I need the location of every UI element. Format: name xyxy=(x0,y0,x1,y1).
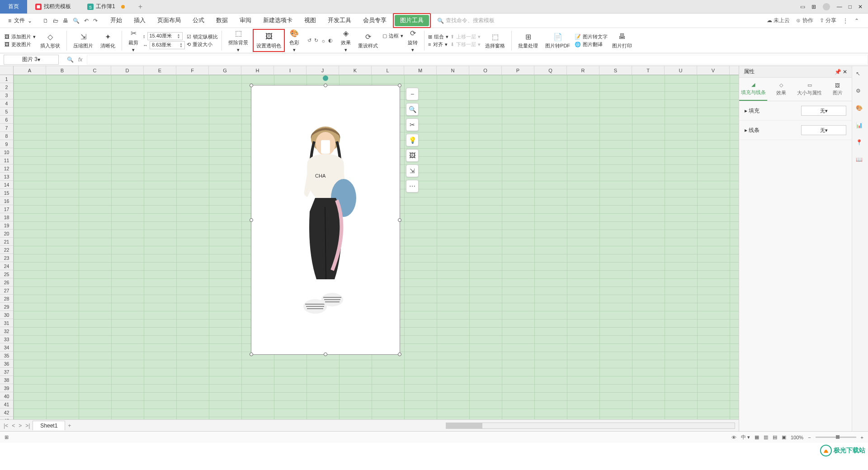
name-box[interactable]: 图片 3 ▾ xyxy=(4,55,59,65)
col-header[interactable]: T xyxy=(632,66,665,75)
row-header[interactable]: 27 xyxy=(0,287,13,295)
export-button[interactable]: ⇲ xyxy=(406,164,419,177)
maximize-button[interactable]: □ xyxy=(849,4,852,10)
formula-input[interactable] xyxy=(87,55,868,65)
col-header[interactable]: O xyxy=(469,66,502,75)
row-header[interactable]: 3 xyxy=(0,91,13,99)
more-icon[interactable]: ⋮ xyxy=(843,18,848,24)
row-header[interactable]: 2 xyxy=(0,83,13,91)
menu-insert[interactable]: 插入 xyxy=(128,15,151,26)
col-header[interactable]: D xyxy=(111,66,144,75)
chevron-icon[interactable]: ⌃ xyxy=(854,18,859,24)
col-header[interactable]: E xyxy=(144,66,176,75)
sheet-prev[interactable]: < xyxy=(12,423,15,429)
col-header[interactable]: M xyxy=(404,66,437,75)
grid-icon[interactable]: ⊞ xyxy=(811,4,816,10)
row-header[interactable]: 21 xyxy=(0,238,13,246)
col-header[interactable]: S xyxy=(599,66,632,75)
col-header[interactable]: F xyxy=(176,66,209,75)
resize-handle[interactable] xyxy=(324,352,327,356)
resize-handle[interactable] xyxy=(398,84,401,87)
collab-button[interactable]: ⊙ 协作 xyxy=(796,17,813,24)
tab-home[interactable]: 首页 xyxy=(0,0,27,14)
replace-button[interactable]: 🖼 xyxy=(406,149,419,162)
row-header[interactable]: 5 xyxy=(0,108,13,116)
menu-data[interactable]: 数据 xyxy=(211,15,233,26)
zoom-out-button[interactable]: − xyxy=(406,88,419,100)
tab-add[interactable]: + xyxy=(133,3,148,11)
crop-tool-button[interactable]: ✂ xyxy=(406,118,419,131)
batch-button[interactable]: ⊞批量处理 xyxy=(515,31,541,50)
row-header[interactable]: 32 xyxy=(0,327,13,335)
set-transparent-button[interactable]: 🖼设置透明色 xyxy=(253,29,285,52)
up-layer-button[interactable]: ⬆ 上移一层 ▾ xyxy=(450,33,481,40)
view-reader-icon[interactable]: ▣ xyxy=(782,434,786,440)
row-header[interactable]: 34 xyxy=(0,343,13,352)
reset-size-button[interactable]: ⟲ 重设大小 xyxy=(187,41,218,48)
row-header[interactable]: 31 xyxy=(0,319,13,327)
qat-undo-icon[interactable]: ↶ xyxy=(84,18,89,24)
row-header[interactable]: 13 xyxy=(0,173,13,181)
qat-new-icon[interactable]: 🗋 xyxy=(43,18,48,24)
resize-handle[interactable] xyxy=(398,218,401,222)
change-image-button[interactable]: 🖼 更改图片 xyxy=(5,41,36,48)
menu-new-tab[interactable]: 新建选项卡 xyxy=(258,15,298,26)
select-pane-button[interactable]: ⬚选择窗格 xyxy=(482,31,508,50)
sheet-next[interactable]: > xyxy=(19,423,22,429)
row-header[interactable]: 42 xyxy=(0,409,13,417)
sharpen-button[interactable]: ✦清晰化 xyxy=(98,31,118,50)
to-text-button[interactable]: 📝 图片转文字 xyxy=(575,33,608,40)
row-header[interactable]: 30 xyxy=(0,311,13,319)
tab-workbook[interactable]: S 工作簿1 xyxy=(79,0,133,14)
rotate-left-icon[interactable]: ↺ xyxy=(307,38,311,43)
print-button[interactable]: 🖶图片打印 xyxy=(609,31,635,50)
line-select[interactable]: 无 ▾ xyxy=(801,125,846,135)
rotate-right-icon[interactable]: ↻ xyxy=(314,38,318,43)
down-layer-button[interactable]: ⬇ 下移一层 ▾ xyxy=(450,41,481,48)
col-header[interactable]: R xyxy=(567,66,599,75)
zoom-out[interactable]: − xyxy=(808,435,811,440)
row-header[interactable]: 24 xyxy=(0,262,13,270)
view-page-icon[interactable]: ▥ xyxy=(764,434,768,440)
panel-tab-image[interactable]: 🖼图片 xyxy=(824,78,852,101)
row-header[interactable]: 4 xyxy=(0,99,13,108)
more-button[interactable]: ⋯ xyxy=(406,180,419,193)
resize-handle[interactable] xyxy=(250,84,253,87)
row-header[interactable]: 10 xyxy=(0,148,13,156)
to-pdf-button[interactable]: 📄图片转PDF xyxy=(542,31,573,50)
view-normal-icon[interactable]: ▦ xyxy=(755,434,759,440)
row-header[interactable]: 1 xyxy=(0,75,13,83)
menu-start[interactable]: 开始 xyxy=(105,15,127,26)
sidebar-chart-icon[interactable]: 📊 xyxy=(856,122,865,131)
qat-redo-icon[interactable]: ↷ xyxy=(93,18,98,24)
recolor-button[interactable]: 🎨色彩▾ xyxy=(287,28,302,54)
combine-button[interactable]: ⊞ 组合 ▾ xyxy=(428,33,448,40)
row-header[interactable]: 17 xyxy=(0,205,13,213)
row-header[interactable]: 15 xyxy=(0,189,13,197)
line-expand[interactable]: ▸ 线条 xyxy=(745,127,760,134)
menu-dev-tools[interactable]: 开发工具 xyxy=(322,15,357,26)
row-header[interactable]: 29 xyxy=(0,303,13,311)
qat-save-icon[interactable]: 🖶 xyxy=(63,18,68,24)
status-icon[interactable]: ⊞ xyxy=(5,434,9,440)
close-panel-icon[interactable]: ✕ xyxy=(843,69,847,75)
col-header[interactable]: K xyxy=(339,66,372,75)
idea-button[interactable]: 💡 xyxy=(406,134,419,146)
align-button[interactable]: ≡ 对齐 ▾ xyxy=(428,41,448,48)
row-header[interactable]: 14 xyxy=(0,181,13,189)
rotate-button[interactable]: ⟳旋转▾ xyxy=(405,28,420,54)
minimize-button[interactable]: — xyxy=(837,4,842,10)
avatar-icon[interactable] xyxy=(822,3,830,11)
border-button[interactable]: ▢ 边框 ▾ xyxy=(382,33,403,39)
col-header[interactable]: B xyxy=(46,66,79,75)
close-button[interactable]: ✕ xyxy=(858,4,863,10)
col-header[interactable]: L xyxy=(372,66,404,75)
row-header[interactable]: 9 xyxy=(0,140,13,148)
menu-image-tools[interactable]: 图片工具 xyxy=(395,15,429,26)
menu-page-layout[interactable]: 页面布局 xyxy=(152,15,186,26)
reset-style-button[interactable]: ⟳重设样式 xyxy=(355,31,381,50)
add-image-button[interactable]: 🖼 添加图片 ▾ xyxy=(5,33,36,40)
brightness-icon[interactable]: ☼ xyxy=(321,38,326,43)
remove-bg-button[interactable]: ⬚抠除背景▾ xyxy=(226,28,251,54)
cloud-status[interactable]: ☁ 未上云 xyxy=(767,17,790,24)
